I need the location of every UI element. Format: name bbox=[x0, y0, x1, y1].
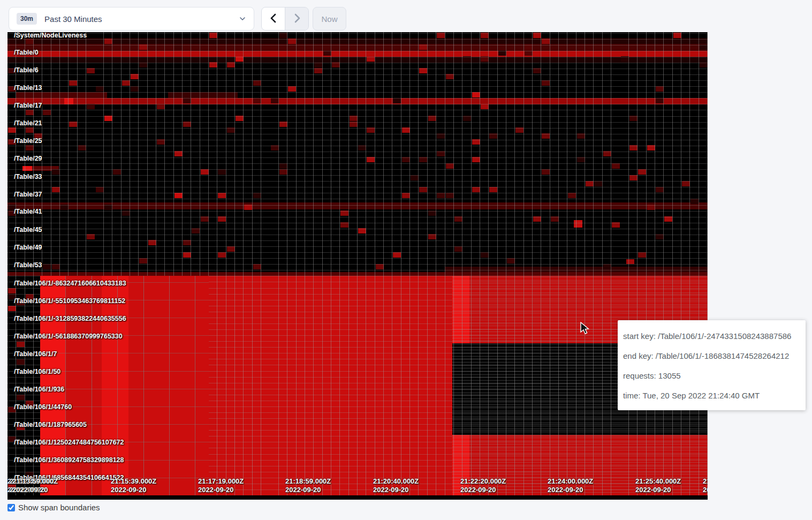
row-label: /Table/33 bbox=[14, 173, 42, 181]
time-range-select[interactable]: 30m Past 30 Minutes bbox=[9, 7, 254, 31]
tooltip-time: time: Tue, 20 Sep 2022 21:24:40 GMT bbox=[623, 386, 800, 405]
x-axis-tick: 21:17:19.000Z2022-09-20 bbox=[198, 477, 244, 494]
tooltip-start-key: start key: /Table/106/1/-247433150824388… bbox=[623, 326, 800, 346]
row-label: /Table/21 bbox=[14, 119, 42, 127]
row-label: /Table/17 bbox=[14, 102, 42, 110]
x-axis-tick: 21:18:59.000Z2022-09-20 bbox=[285, 477, 331, 494]
chevron-down-icon bbox=[239, 15, 246, 22]
row-label: /Table/45 bbox=[14, 226, 42, 234]
toolbar: 30m Past 30 Minutes Now bbox=[0, 0, 812, 32]
row-label: /Table/6 bbox=[14, 66, 39, 74]
cell-tooltip: start key: /Table/106/1/-247433150824388… bbox=[618, 320, 806, 410]
row-label: /Table/106/1/44760 bbox=[14, 403, 72, 411]
row-label: /Table/25 bbox=[14, 137, 42, 145]
now-button[interactable]: Now bbox=[313, 7, 346, 31]
show-span-boundaries-checkbox[interactable] bbox=[7, 504, 15, 511]
row-label: /Table/13 bbox=[14, 84, 42, 92]
row-label: /Table/106/1/-3128593822440635556 bbox=[14, 315, 126, 323]
duration-badge: 30m bbox=[17, 13, 37, 25]
x-axis-tick: 21:22:20.000Z2022-09-20 bbox=[460, 477, 506, 494]
time-nav-group bbox=[261, 7, 309, 31]
row-label: /Table/49 bbox=[14, 244, 42, 252]
row-label: /Table/106/1/-8632471606610433183 bbox=[14, 280, 126, 288]
row-label: /Table/106/1/50 bbox=[14, 368, 60, 376]
x-axis-tick: 21:20:40.000Z2022-09-20 bbox=[373, 477, 419, 494]
x-axis-tick: 21:15:39.000Z2022-09-20 bbox=[111, 477, 156, 494]
row-label: /Table/0 bbox=[14, 49, 39, 57]
time-range-label: Past 30 Minutes bbox=[44, 14, 102, 24]
row-label: /Table/41 bbox=[14, 208, 42, 216]
prev-window-button[interactable] bbox=[262, 7, 285, 30]
row-label: /Table/106/1/1250247484756107672 bbox=[14, 439, 124, 447]
tooltip-end-key: end key: /Table/106/1/-18683814745282642… bbox=[623, 346, 800, 366]
row-label: /Table/106/1/-5510953463769811152 bbox=[14, 297, 125, 305]
span-boundaries-row: Show span boundaries bbox=[7, 503, 100, 512]
row-label: /Table/106/1/936 bbox=[14, 386, 64, 394]
chevron-right-icon bbox=[293, 13, 301, 25]
x-axis-tick: 21:24:00.000Z2022-09-20 bbox=[548, 477, 593, 494]
key-visualizer-heatmap[interactable]: /System/NodeLiveness/Table/0/Table/6/Tab… bbox=[7, 32, 708, 500]
row-label: /Table/106/1/-561886370999765330 bbox=[14, 333, 123, 341]
next-window-button[interactable] bbox=[285, 7, 308, 30]
row-label: /Table/106/1/3608924758329898128 bbox=[14, 456, 124, 464]
tooltip-requests: requests: 13055 bbox=[623, 366, 800, 386]
row-label: /Table/37 bbox=[14, 191, 42, 199]
row-label: /System/NodeLiveness bbox=[14, 32, 87, 40]
row-label: /Table/106/1/187965605 bbox=[14, 421, 87, 429]
x-axis-tick: 21:13:59.000Z2022-09-20 bbox=[12, 477, 58, 494]
show-span-boundaries-label: Show span boundaries bbox=[18, 503, 100, 512]
row-label: /Table/106/1/7 bbox=[14, 350, 57, 358]
x-axis-tick: 21:25:40.000Z2022-09-20 bbox=[635, 477, 681, 494]
chevron-left-icon bbox=[269, 13, 278, 25]
row-label: /Table/53 bbox=[14, 261, 42, 269]
x-axis-tick: 21:27:20.000Z2022-09-20 bbox=[703, 477, 708, 494]
row-label: /Table/29 bbox=[14, 155, 42, 163]
